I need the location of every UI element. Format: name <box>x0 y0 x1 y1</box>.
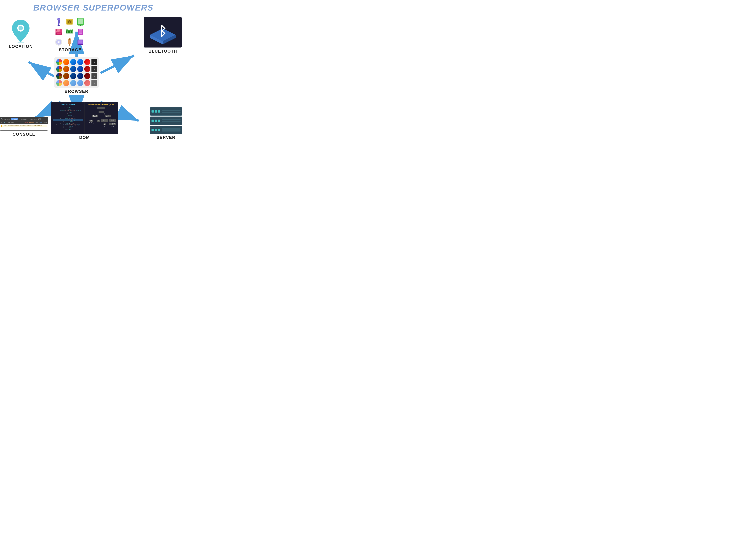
errors-btn[interactable]: Errors <box>24 122 28 124</box>
browser-firefox-3 <box>63 73 69 79</box>
browser-icons-grid: N N N N <box>54 57 99 88</box>
browser-ie-3 <box>77 73 83 79</box>
svg-rect-49 <box>69 39 70 40</box>
browser-netscape-2: N <box>91 66 97 72</box>
server-bar-3 <box>162 128 181 132</box>
console-warning-message: ▲ Some cookies are misusing the recommen… <box>1 125 47 127</box>
style-icon: {} <box>36 118 37 120</box>
svg-point-13 <box>57 25 60 26</box>
location-section: LOCATION <box>5 19 37 49</box>
browser-opera-4 <box>84 80 90 86</box>
storage-icon-usb2 <box>65 37 74 47</box>
location-pin-icon <box>10 19 31 43</box>
server-bar-line <box>162 128 181 130</box>
server-stack <box>150 107 182 134</box>
browser-safari-4 <box>70 80 76 86</box>
trash-icon[interactable]: 🗑 <box>1 122 3 124</box>
browser-firefox-1 <box>63 59 69 65</box>
console-toolbar: 🔍 Inspector Console ▷ Debugger ↑↓ Networ… <box>0 117 48 121</box>
dom-tree-container: Document HTML head body <box>86 107 117 127</box>
dom-div2-node: div id = "div2" <box>109 119 117 122</box>
server-light <box>152 110 154 112</box>
storage-icon-floppy <box>54 27 63 36</box>
more-tabs[interactable]: >> <box>45 118 47 120</box>
svg-point-22 <box>80 25 81 26</box>
dom-p-tag1: P Tag 1 <box>101 126 108 127</box>
debug-btn[interactable]: Debug <box>43 122 47 124</box>
server-bar-1 <box>162 110 181 113</box>
svg-rect-35 <box>67 29 68 30</box>
filter-icon[interactable]: 🔍 <box>4 122 6 124</box>
dom-div1-node: div id = "div1" <box>101 119 108 122</box>
svg-rect-11 <box>57 19 60 20</box>
svg-rect-37 <box>72 29 73 30</box>
dom-body-node: body <box>105 115 111 117</box>
debugger-tab[interactable]: Debugger <box>21 118 27 120</box>
svg-rect-36 <box>71 29 72 30</box>
browser-opera-3 <box>84 73 90 79</box>
browser-ie-2 <box>77 66 83 72</box>
svg-point-18 <box>69 22 70 22</box>
dom-section: HTML Document 1 <html> 2 <head> 3 <title… <box>51 102 118 140</box>
dom-code-panel: HTML Document 1 <html> 2 <head> 3 <title… <box>51 102 85 134</box>
inspector-tab[interactable]: Inspector <box>4 118 10 120</box>
dom-label: DOM <box>51 135 118 140</box>
network-tab[interactable]: Network <box>30 118 35 120</box>
storage-label: STORAGE <box>54 47 86 52</box>
svg-point-3 <box>19 26 23 30</box>
bluetooth-image: ᛒ <box>144 17 182 48</box>
svg-rect-25 <box>56 29 57 31</box>
storage-icon-ram <box>65 27 74 36</box>
browser-firefox-4 <box>63 80 69 86</box>
browser-chrome-4 <box>56 80 62 86</box>
server-light <box>152 129 154 131</box>
dom-code-content: 1 <html> 2 <head> 3 <title>My HTML Docum… <box>53 107 83 130</box>
dom-p-tag2: P Tag 2 <box>109 126 117 127</box>
svg-rect-50 <box>69 44 70 46</box>
browser-ie-4 <box>77 80 83 86</box>
browser-netscape-4: N <box>91 80 97 86</box>
storage-section: STORAGE <box>54 17 86 52</box>
server-light <box>152 119 154 122</box>
bluetooth-label: BLUETOOTH <box>142 49 184 54</box>
dom-h1-node: h1 <box>97 120 100 122</box>
console-tab[interactable]: Console <box>11 118 18 120</box>
console-label: CONSOLE <box>0 132 48 137</box>
server-light <box>155 110 157 112</box>
dom-html-title: HTML Document <box>53 104 83 106</box>
browser-netscape-3: N <box>91 73 97 79</box>
logs-btn[interactable]: Logs <box>35 122 38 124</box>
dom-html-node: HTML <box>99 111 104 113</box>
storage-icon-card <box>76 27 85 36</box>
server-unit-1 <box>150 107 182 115</box>
style-editor-tab[interactable]: Style Editor <box>38 117 44 121</box>
dom-my-html-doc: My HTML Document <box>86 122 96 125</box>
dom-p-class-node: p class = "p2" <box>109 123 117 125</box>
browser-ie-1 <box>77 59 83 65</box>
server-light <box>155 119 157 122</box>
browser-section: N N N N BROWSER <box>54 57 99 94</box>
dom-tree-title: Document Object Model (DOM) <box>86 104 117 106</box>
svg-rect-51 <box>69 46 71 46</box>
storage-icon-cd <box>54 37 63 47</box>
server-unit-3 <box>150 126 182 134</box>
svg-text:ᛒ: ᛒ <box>159 24 166 38</box>
server-bar-line <box>162 130 181 132</box>
bluetooth-section: ᛒ BLUETOOTH <box>142 17 184 54</box>
server-bar-line <box>162 112 181 113</box>
dom-p-node: p <box>103 124 106 125</box>
debugger-icon: ▷ <box>19 118 20 120</box>
svg-rect-54 <box>78 41 82 43</box>
browser-safari-1 <box>70 59 76 65</box>
browser-firefox-2 <box>63 66 69 72</box>
inspector-tab-icon: 🔍 <box>1 118 3 120</box>
storage-icon-usb <box>54 17 63 26</box>
svg-point-46 <box>58 42 59 43</box>
storage-icons-grid <box>54 17 86 47</box>
storage-icon-hdd <box>65 17 74 26</box>
svg-rect-34 <box>66 29 67 30</box>
dom-tree-panel: Document Object Model (DOM) Document HTM… <box>85 102 118 134</box>
warnings-btn[interactable]: Warnings <box>29 122 34 124</box>
server-bar-2 <box>162 119 181 122</box>
info-btn[interactable]: Info <box>40 122 42 124</box>
